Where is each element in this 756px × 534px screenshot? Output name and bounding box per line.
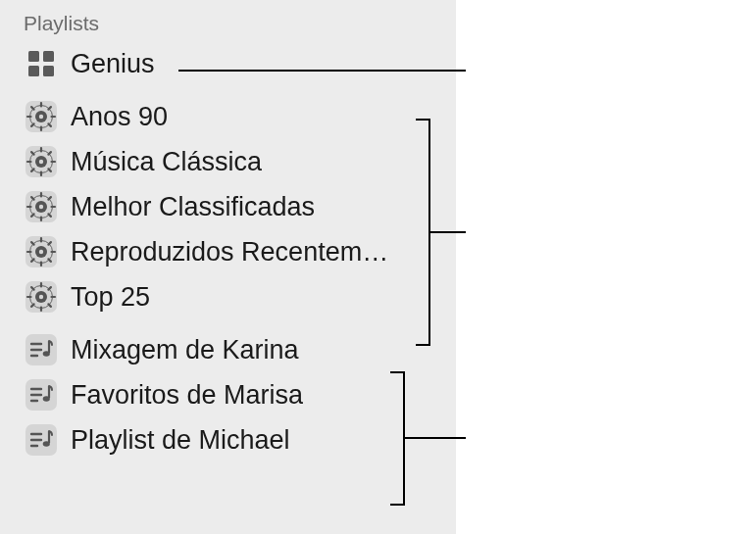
smart-playlist-icon <box>24 234 59 269</box>
svg-rect-3 <box>43 66 54 76</box>
svg-point-68 <box>43 351 50 357</box>
svg-point-43 <box>39 250 43 254</box>
sidebar-item-label: Música Clássica <box>71 147 262 177</box>
sidebar-item-label: Top 25 <box>71 282 150 313</box>
playlist-icon <box>24 332 59 367</box>
svg-point-31 <box>39 205 43 209</box>
svg-point-73 <box>43 396 50 402</box>
sidebar-item-label: Favoritos de Marisa <box>71 380 303 411</box>
sidebar-item-label: Playlist de Michael <box>71 425 290 456</box>
sidebar-item-playlist[interactable]: Mixagem de Karina <box>20 327 452 372</box>
smart-playlist-icon <box>24 279 59 315</box>
playlist-icon <box>24 422 59 458</box>
sidebar-item-playlist[interactable]: Favoritos de Marisa <box>20 372 452 417</box>
sidebar-item-label: Mixagem de Karina <box>71 335 299 365</box>
sidebar-item-label: Reproduzidos Recentem… <box>71 237 388 267</box>
sidebar-item-smart[interactable]: Reproduzidos Recentem… <box>20 229 452 274</box>
svg-rect-2 <box>28 66 39 76</box>
sidebar-item-smart[interactable]: Top 25 <box>20 274 452 319</box>
sidebar-item-label: Anos 90 <box>71 102 168 132</box>
section-header: Playlists <box>20 12 452 35</box>
sidebar-item-genius[interactable]: Genius <box>20 41 452 86</box>
svg-point-7 <box>39 115 43 119</box>
sidebar-item-playlist[interactable]: Playlist de Michael <box>20 417 452 462</box>
svg-point-19 <box>39 160 43 164</box>
smart-playlist-icon <box>24 99 59 134</box>
svg-point-78 <box>43 441 50 447</box>
genius-icon <box>24 46 59 81</box>
sidebar-item-smart[interactable]: Anos 90 <box>20 94 452 139</box>
sidebar-item-label: Melhor Classificadas <box>71 192 315 222</box>
sidebar-item-smart[interactable]: Melhor Classificadas <box>20 184 452 229</box>
playlists-sidebar: Playlists Genius <box>0 0 456 534</box>
smart-playlist-icon <box>24 144 59 179</box>
playlist-icon <box>24 377 59 413</box>
sidebar-item-label: Genius <box>71 49 155 79</box>
smart-playlist-icon <box>24 189 59 224</box>
svg-rect-0 <box>28 51 39 62</box>
sidebar-item-smart[interactable]: Música Clássica <box>20 139 452 184</box>
svg-point-55 <box>39 295 43 299</box>
svg-rect-1 <box>43 51 54 62</box>
